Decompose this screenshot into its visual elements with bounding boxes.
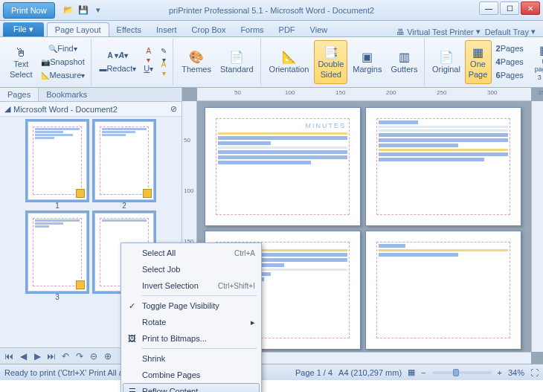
view-mode-icon[interactable]: ▦ <box>408 367 415 377</box>
print-now-button[interactable]: Print Now <box>3 2 55 19</box>
qat-dropdown-icon[interactable]: ▾ <box>92 4 104 16</box>
thumb-label-1: 1 <box>55 202 60 210</box>
one-page-button[interactable]: ▦One Page <box>465 40 492 84</box>
preview-page-2[interactable] <box>365 107 521 226</box>
orientation-button[interactable]: 📐Orientation <box>266 40 313 84</box>
standard-button[interactable]: 📄Standard <box>216 40 257 84</box>
pages-4-button[interactable]: 4 Pages <box>493 56 527 69</box>
pages-6-button[interactable]: 6 Pages <box>493 69 527 83</box>
fill-button[interactable]: A ▾ <box>158 62 170 76</box>
thumbnail-1[interactable] <box>28 121 87 200</box>
first-page-icon[interactable]: ⏮ <box>3 350 15 362</box>
context-menu-item[interactable]: Shrink <box>123 350 260 367</box>
underline-button[interactable]: U ▾ <box>141 62 156 76</box>
horizontal-ruler: 50 100 150 200 250 300 350 <box>197 88 531 101</box>
minimize-button[interactable]: — <box>479 1 498 15</box>
context-menu-item[interactable]: Combine Pages <box>123 367 260 383</box>
tab-forms[interactable]: Forms <box>233 23 271 36</box>
fit-icon[interactable]: ⛶ <box>530 368 539 377</box>
themes-icon: 🎨 <box>189 50 204 65</box>
margins-button[interactable]: ▣Margins <box>349 40 385 84</box>
prev-page-icon[interactable]: ◀ <box>17 350 29 362</box>
grid-icon: ▦ <box>537 42 543 57</box>
context-menu-item[interactable]: ✓Toggle Page Visibility <box>123 298 260 314</box>
context-menu-item[interactable]: ☰Reflow Content <box>123 383 260 392</box>
sidebar-tab-pages[interactable]: Pages <box>0 88 39 101</box>
original-button[interactable]: 📄Original <box>429 40 463 84</box>
snapshot-button[interactable]: 📷 Snapshot <box>38 56 89 69</box>
themes-button[interactable]: 🎨Themes <box>178 40 215 84</box>
preview-page-1[interactable]: MINUTES <box>205 107 361 226</box>
rotate-right-icon[interactable]: ↷ <box>74 350 86 362</box>
orientation-icon: 📐 <box>282 50 297 65</box>
context-menu-item[interactable]: Select Job <box>123 261 260 277</box>
tab-view[interactable]: View <box>303 23 335 36</box>
zoom-level[interactable]: 34% <box>508 368 524 377</box>
gutters-button[interactable]: ▥Gutters <box>387 40 421 84</box>
file-menu[interactable]: File ▾ <box>3 22 44 36</box>
font-style-row[interactable]: A ▾ A ▾ <box>96 49 139 62</box>
thumbnail-2[interactable] <box>94 121 154 200</box>
main-area: Pages Bookmarks ◢ Microsoft Word - Docum… <box>0 88 543 364</box>
highlight-button[interactable]: A ▾ <box>141 49 156 62</box>
window-controls: — ☐ ✕ <box>479 1 540 15</box>
collapse-icon: ◢ <box>4 104 10 114</box>
ribbon-panel: 🖱Text Select 🔍 Find ▾ 📷 Snapshot 📐 Measu… <box>0 37 543 88</box>
zoom-minus-icon[interactable]: − <box>421 368 425 377</box>
minutes-heading: MINUTES <box>219 122 346 129</box>
thumbnail-3[interactable] <box>28 213 87 292</box>
status-bar: Ready to print ('Ctrl+X' Print All and c… <box>0 364 543 380</box>
zoom-in-icon[interactable]: ⊕ <box>102 350 114 362</box>
status-size: A4 (210,297 mm) <box>338 368 402 377</box>
pages-2-button[interactable]: 2 Pages <box>493 42 527 56</box>
tab-page-layout[interactable]: Page Layout <box>47 22 109 36</box>
maximize-button[interactable]: ☐ <box>500 1 519 15</box>
quick-access-toolbar: 📂 💾 ▾ <box>62 4 104 16</box>
context-menu-item[interactable]: Select AllCtrl+A <box>123 245 260 261</box>
status-page: Page 1 / 4 <box>295 368 332 377</box>
printer-selector[interactable]: 🖶 Virtual Test Printer ▾ <box>396 27 480 36</box>
measure-button[interactable]: 📐 Measure ▾ <box>38 69 89 83</box>
tray-selector[interactable]: Default Tray ▾ <box>485 27 536 36</box>
vertical-scrollbar[interactable] <box>531 101 543 352</box>
context-menu-item[interactable]: Rotate▸ <box>123 314 260 330</box>
original-icon: 📄 <box>439 50 454 65</box>
zoom-slider[interactable] <box>432 371 492 374</box>
thumb-label-2: 2 <box>122 202 126 210</box>
sidebar-tab-bookmarks[interactable]: Bookmarks <box>39 88 94 101</box>
find-button[interactable]: 🔍 Find ▾ <box>38 42 89 56</box>
double-sided-icon: 📑 <box>324 45 338 60</box>
close-doc-icon[interactable]: ⊘ <box>170 104 177 114</box>
cursor-icon: 🖱 <box>13 45 28 60</box>
titlebar: Print Now 📂 💾 ▾ priPrinter Professional … <box>0 0 543 21</box>
preview-page-4[interactable] <box>365 231 521 350</box>
save-icon[interactable]: 💾 <box>77 4 89 16</box>
pages-6-custom-button[interactable]: ▦(6 pages) 3 x 2 <box>528 40 543 84</box>
window-title: priPrinter Professional 5.1 - Microsoft … <box>169 6 374 15</box>
close-button[interactable]: ✕ <box>521 1 540 15</box>
last-page-icon[interactable]: ⏭ <box>45 350 57 362</box>
margins-icon: ▣ <box>360 50 375 65</box>
document-tree-header[interactable]: ◢ Microsoft Word - Document2 ⊘ <box>0 102 181 117</box>
context-menu: Select AllCtrl+ASelect JobInvert Selecti… <box>121 242 262 392</box>
one-page-icon: ▦ <box>471 45 486 60</box>
gutters-icon: ▥ <box>396 50 411 65</box>
open-icon[interactable]: 📂 <box>62 4 74 16</box>
tab-crop-box[interactable]: Crop Box <box>184 23 234 36</box>
context-menu-item[interactable]: 🖼Print to Bitmaps... <box>123 330 260 347</box>
zoom-plus-icon[interactable]: + <box>498 368 502 377</box>
zoom-out-icon[interactable]: ⊖ <box>88 350 100 362</box>
thumb-label-3: 3 <box>55 293 60 301</box>
context-menu-item[interactable]: Invert SelectionCtrl+Shift+I <box>123 277 260 294</box>
tab-insert[interactable]: Insert <box>149 23 184 36</box>
next-page-icon[interactable]: ▶ <box>31 350 43 362</box>
page-icon: 📄 <box>229 50 244 65</box>
tab-effects[interactable]: Effects <box>109 23 149 36</box>
text-select-button[interactable]: 🖱Text Select <box>6 40 36 84</box>
tab-pdf[interactable]: PDF <box>272 23 303 36</box>
redact-button[interactable]: ▬ Redact ▾ <box>96 62 139 76</box>
ribbon-tab-strip: File ▾ Page Layout Effects Insert Crop B… <box>0 21 543 37</box>
rotate-left-icon[interactable]: ↶ <box>60 350 71 362</box>
double-sided-button[interactable]: 📑Double Sided <box>314 40 347 84</box>
